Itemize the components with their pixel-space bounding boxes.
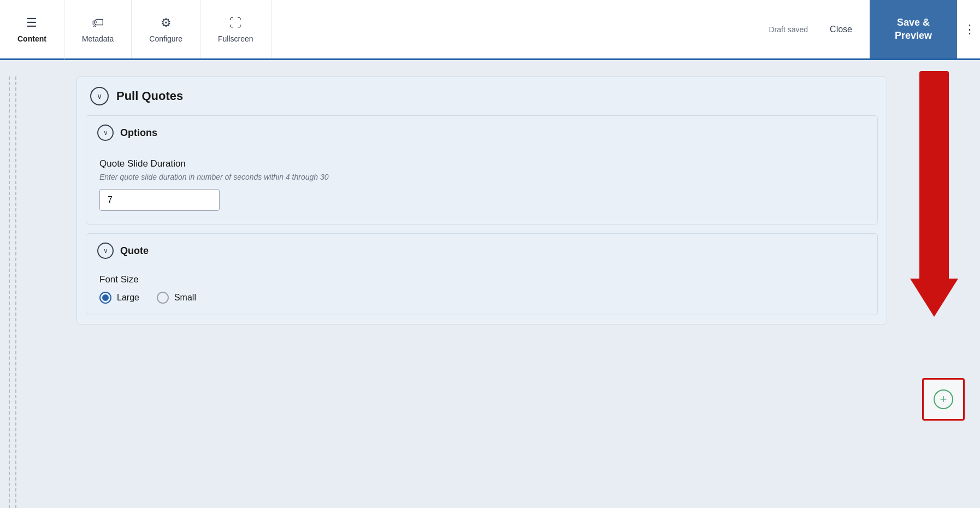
quote-slide-duration-input[interactable] (99, 189, 220, 211)
red-arrow-annotation (910, 71, 958, 317)
configure-icon: ⚙ (161, 16, 172, 30)
options-field-area: Quote Slide Duration Enter quote slide d… (86, 150, 877, 224)
quote-header[interactable]: ∨ Quote (86, 234, 877, 268)
font-size-area: Font Size Large Small (86, 268, 877, 315)
options-title: Options (120, 127, 157, 139)
main-content-area: ∨ Pull Quotes ∨ Options Quote Slide Dura… (0, 60, 980, 508)
radio-small-circle (157, 292, 169, 304)
metadata-icon: 🏷 (92, 16, 104, 30)
options-header[interactable]: ∨ Options (86, 116, 877, 150)
font-size-label: Font Size (99, 274, 864, 285)
options-card: ∨ Options Quote Slide Duration Enter quo… (86, 115, 878, 225)
fullscreen-tab-label: Fullscreen (218, 34, 253, 43)
pull-quotes-title: Pull Quotes (116, 89, 183, 103)
arrow-head (910, 279, 958, 317)
content-icon: ☰ (26, 16, 37, 30)
quote-slide-duration-hint: Enter quote slide duration in number of … (99, 173, 864, 181)
content-tab-label: Content (17, 34, 46, 43)
nav-right-area: Draft saved Close (769, 0, 870, 58)
quote-slide-duration-label: Quote Slide Duration (99, 158, 864, 169)
quote-subsection: ∨ Quote Font Size Large Small (86, 233, 878, 315)
pull-quotes-section: ∨ Pull Quotes ∨ Options Quote Slide Dura… (76, 76, 887, 324)
top-navigation: ☰ Content 🏷 Metadata ⚙ Configure ⛶ Fulls… (0, 0, 980, 60)
draft-status: Draft saved (769, 25, 808, 34)
tab-fullscreen[interactable]: ⛶ Fullscreen (200, 0, 271, 58)
radio-large-circle (99, 292, 111, 304)
tab-configure[interactable]: ⚙ Configure (132, 0, 200, 58)
quote-chevron: ∨ (97, 243, 114, 259)
radio-option-small[interactable]: Small (157, 292, 196, 304)
more-options-button[interactable]: ⋮ (959, 0, 980, 58)
tab-metadata[interactable]: 🏷 Metadata (64, 0, 132, 58)
save-preview-button[interactable]: Save &Preview (870, 0, 957, 58)
arrow-shaft (919, 71, 949, 279)
options-subsection: ∨ Options Quote Slide Duration Enter quo… (86, 115, 878, 225)
fullscreen-icon: ⛶ (229, 16, 241, 30)
quote-title: Quote (120, 245, 149, 257)
pull-quotes-header[interactable]: ∨ Pull Quotes (77, 77, 887, 115)
configure-tab-label: Configure (149, 34, 182, 43)
radio-large-label: Large (117, 293, 139, 303)
sidebar-dashed-lines (0, 60, 33, 508)
radio-small-label: Small (174, 293, 196, 303)
add-button-highlight: + (922, 378, 965, 421)
metadata-tab-label: Metadata (82, 34, 114, 43)
add-item-button[interactable]: + (924, 380, 963, 419)
options-chevron: ∨ (97, 125, 114, 141)
close-button[interactable]: Close (821, 20, 861, 39)
quote-card: ∨ Quote Font Size Large Small (86, 233, 878, 315)
pull-quotes-chevron: ∨ (90, 87, 109, 105)
font-size-radio-group: Large Small (99, 292, 864, 304)
tab-content[interactable]: ☰ Content (0, 0, 64, 60)
radio-option-large[interactable]: Large (99, 292, 139, 304)
plus-icon: + (934, 389, 953, 409)
